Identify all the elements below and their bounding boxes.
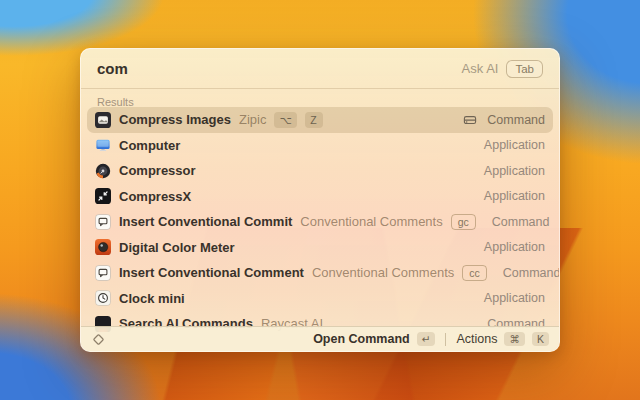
hard-drive-icon [463, 113, 477, 127]
result-type-label: Application [484, 189, 545, 203]
results-section-header: Results [81, 89, 559, 107]
result-title: Clock mini [119, 291, 185, 306]
color-meter-icon [95, 239, 111, 255]
alias-badge: cc [462, 265, 487, 281]
command-key-badge: ⌘ [504, 332, 525, 346]
result-subtitle: Zipic [239, 112, 266, 127]
action-bar: Open Command ↵ Actions ⌘ K [81, 326, 559, 351]
result-type-label: Command [487, 113, 545, 127]
raycast-logo-icon [91, 332, 106, 347]
result-type-label: Application [484, 138, 545, 152]
search-input[interactable]: com [97, 60, 128, 77]
result-type-label: Command [503, 266, 559, 280]
result-row-compressx[interactable]: CompressX Application [87, 184, 553, 210]
result-title: Digital Color Meter [119, 240, 235, 255]
result-type-label: Application [484, 164, 545, 178]
result-title: Insert Conventional Comment [119, 265, 304, 280]
result-title: Compressor [119, 163, 196, 178]
zipic-icon [95, 112, 111, 128]
option-key-badge: ⌥ [274, 112, 296, 128]
result-row-clock-mini[interactable]: Clock mini Application [87, 286, 553, 312]
result-title: Insert Conventional Commit [119, 214, 292, 229]
compressx-icon [95, 188, 111, 204]
result-title: Compress Images [119, 112, 231, 127]
result-title: Computer [119, 138, 180, 153]
comment-bubble-icon [95, 214, 111, 230]
result-title: CompressX [119, 189, 191, 204]
ask-ai-label[interactable]: Ask AI [462, 61, 499, 76]
return-key-badge: ↵ [417, 332, 436, 346]
result-row-digital-color-meter[interactable]: Digital Color Meter Application [87, 235, 553, 261]
result-row-insert-conventional-comment[interactable]: Insert Conventional Comment Conventional… [87, 260, 553, 286]
alias-badge: gc [451, 214, 476, 230]
result-type-label: Application [484, 240, 545, 254]
clock-icon [95, 290, 111, 306]
result-subtitle: Conventional Comments [312, 265, 454, 280]
raycast-launcher-window: com Ask AI Tab Results Compress Images Z… [80, 48, 560, 352]
tab-key-badge: Tab [506, 60, 543, 78]
result-row-compress-images[interactable]: Compress Images Zipic ⌥ Z Command [87, 107, 553, 133]
compressor-icon [95, 163, 111, 179]
results-list: Compress Images Zipic ⌥ Z Command Comput… [81, 107, 559, 351]
result-subtitle: Conventional Comments [300, 214, 442, 229]
result-row-insert-conventional-commit[interactable]: Insert Conventional Commit Conventional … [87, 209, 553, 235]
search-bar[interactable]: com Ask AI Tab [81, 49, 559, 89]
comment-bubble-icon [95, 265, 111, 281]
z-key-badge: Z [305, 112, 323, 128]
k-key-badge: K [532, 332, 549, 346]
footer-divider [445, 333, 446, 346]
result-row-computer[interactable]: Computer Application [87, 133, 553, 159]
computer-icon [95, 137, 111, 153]
actions-button[interactable]: Actions [456, 332, 497, 346]
open-command-button[interactable]: Open Command [313, 332, 410, 346]
result-row-compressor[interactable]: Compressor Application [87, 158, 553, 184]
result-type-label: Command [492, 215, 550, 229]
result-type-label: Application [484, 291, 545, 305]
